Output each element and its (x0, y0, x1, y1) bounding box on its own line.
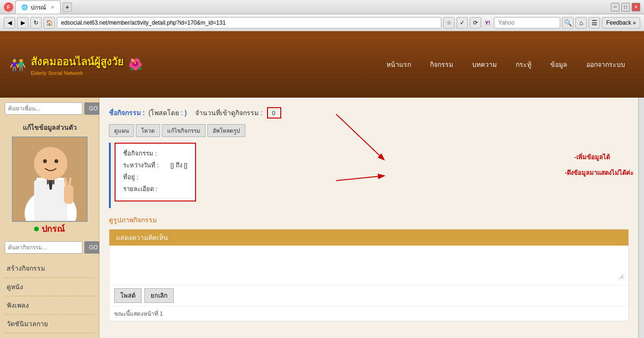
info-section: ชื่อกิจกรรม : ระหว่างวันที่ : [] ถึง [] … (109, 143, 629, 208)
info-date: ระหว่างวันที่ : [] ถึง [] (123, 160, 188, 170)
tab-title: ปกรณ์ (31, 3, 46, 12)
svg-line-10 (69, 178, 71, 186)
accent-bar (109, 143, 111, 208)
comment-textarea[interactable] (114, 250, 624, 279)
sidebar-link-movie[interactable]: ดูหนัง (5, 278, 94, 296)
count-label: จำนวนที่เข้าดูกิจกรรม : (195, 108, 262, 118)
new-tab-btn[interactable]: + (63, 2, 72, 12)
browser-titlebar: F 🌐 ปกรณ์ ✕ + ─ □ ✕ (0, 0, 644, 14)
sidebar-item-music[interactable]: ฟังเพลง (5, 296, 94, 315)
comment-actions: โพสต์ ยกเลิก (109, 285, 628, 306)
sidebar-item-health[interactable]: วัดชันิมวลกาย (5, 315, 94, 333)
site-nav: หน้าแรก กิจกรรม บทความ กระทู้ ข้อมูล ออก… (377, 55, 635, 73)
logo-emoji-right: 🌺 (128, 58, 143, 71)
sidebar-menu: สร้างกิจกรรม ดูหนัง ฟังเพลง วัดชันิมวลกา… (5, 259, 94, 338)
activity-search-box: GO (5, 241, 94, 254)
forward-btn[interactable]: ▶ (17, 17, 28, 28)
site-name: สังคมออนไลน์ผู้สูงวัย (31, 54, 124, 70)
nav-logout[interactable]: ออกจากระบบ (577, 55, 635, 73)
browser-window: F 🌐 ปกรณ์ ✕ + ─ □ ✕ ◀ ▶ ↻ 🏠 ☆ ✓ ⟳ Y! 🔍 ⌂… (0, 0, 644, 338)
dashboard-btn[interactable]: ดูแผน (109, 124, 134, 137)
comment-footer: ขณะนี้แสดงหน้าที่ 1 (109, 306, 628, 321)
close-btn[interactable]: ✕ (632, 3, 640, 11)
reload-btn[interactable]: ↻ (30, 17, 42, 28)
main-layout: GO แก้ไขข้อมูลส่วนตัว (0, 98, 644, 338)
count-value: 0 (272, 110, 275, 117)
activity-info-box: ชื่อกิจกรรม : ระหว่างวันที่ : [] ถึง [] … (115, 143, 196, 201)
search-input[interactable] (494, 17, 560, 28)
yahoo-logo: Y! (483, 20, 492, 26)
back-btn[interactable]: ◀ (4, 17, 15, 28)
activity-search-input[interactable] (5, 241, 82, 254)
tab-close-icon[interactable]: ✕ (51, 5, 54, 10)
profile-section: แก้ไขข้อมูลส่วนตัว (5, 122, 94, 236)
refresh-icon[interactable]: ⟳ (470, 17, 481, 28)
nav-activity[interactable]: กิจกรรม (420, 55, 463, 73)
logo-emoji-left: 👫 (9, 57, 26, 73)
address-bar[interactable] (57, 17, 441, 28)
sidebar-link-create[interactable]: สร้างกิจกรรม (5, 259, 94, 277)
feedback-btn[interactable]: Feedback » (602, 17, 640, 28)
photos-label: ดูรูปภาพกิจกรรม (109, 215, 629, 225)
content-area: ชื่อกิจกรรม : (โพสดโดย : ) จำนวนที่เข้าด… (99, 98, 638, 338)
home-btn[interactable]: 🏠 (44, 17, 55, 28)
sidebar-link-health[interactable]: วัดชันิมวลกาย (5, 315, 94, 333)
bookmark-star[interactable]: ☆ (443, 17, 455, 28)
upload-photo-btn[interactable]: อัพโหลดรูป (207, 124, 245, 137)
sidebar-link-music[interactable]: ฟังเพลง (5, 296, 94, 314)
friend-search-input[interactable] (5, 102, 82, 115)
site-subtitle: Elderly Social Network (31, 70, 124, 76)
svg-point-6 (54, 159, 58, 163)
home-icon[interactable]: ⌂ (575, 17, 587, 28)
nav-article[interactable]: บทความ (463, 55, 506, 73)
search-btn[interactable]: 🔍 (562, 17, 573, 28)
activity-count-box: 0 (267, 107, 281, 119)
cancel-btn[interactable]: ยกเลิก (144, 288, 174, 303)
online-indicator (34, 227, 39, 231)
info-location: ที่อยู่ : (123, 172, 188, 182)
nav-forum[interactable]: กระทู้ (506, 55, 541, 73)
sidebar-link-chat[interactable]: สนทนาออนไลน์ (5, 333, 94, 338)
browser-toolbar: ◀ ▶ ↻ 🏠 ☆ ✓ ⟳ Y! 🔍 ⌂ ☰ Feedback » (0, 14, 644, 31)
browser-tab[interactable]: 🌐 ปกรณ์ ✕ (15, 0, 61, 14)
bookmark-check[interactable]: ✓ (456, 17, 468, 28)
nav-home[interactable]: หน้าแรก (377, 55, 420, 73)
comment-body (109, 246, 628, 285)
page-scrollbar[interactable] (638, 98, 644, 338)
activity-name-label: ชื่อกิจกรรม : (โพสดโดย : ) (109, 108, 187, 118)
minimize-btn[interactable]: ─ (611, 3, 619, 11)
activity-header: ชื่อกิจกรรม : (โพสดโดย : ) จำนวนที่เข้าด… (109, 107, 629, 119)
site-header: 👫 สังคมออนไลน์ผู้สูงวัย Elderly Social N… (0, 31, 644, 98)
restore-btn[interactable]: □ (621, 3, 630, 11)
sidebar-item-movie[interactable]: ดูหนัง (5, 278, 94, 296)
post-btn[interactable]: โพสต์ (114, 288, 142, 303)
svg-line-9 (65, 178, 66, 186)
svg-point-4 (34, 147, 67, 180)
comment-section: แสดงความคิดเห็น โพสต์ ยกเลิก ขณะนี้แสดงห… (109, 229, 629, 321)
profile-edit-label: แก้ไขข้อมูลส่วนตัว (5, 122, 94, 133)
comment-header[interactable]: แสดงความคิดเห็น (109, 229, 628, 246)
site-logo: 👫 สังคมออนไลน์ผู้สูงวัย Elderly Social N… (9, 54, 143, 76)
svg-rect-8 (64, 185, 73, 204)
tab-favicon: 🌐 (21, 4, 28, 10)
sidebar: GO แก้ไขข้อมูลส่วนตัว (0, 98, 99, 338)
action-buttons: ดูแผน โหวต แก้ไขกิจกรรม อัพโหลดรูป (109, 124, 629, 137)
info-activity-name: ชื่อกิจกรรม : (123, 148, 188, 158)
friend-search-box: GO (5, 102, 94, 115)
profile-name-text: ปกรณ์ (42, 222, 65, 236)
window-controls: ─ □ ✕ (611, 3, 640, 11)
profile-photo (12, 137, 88, 222)
page-info: ขณะนี้แสดงหน้าที่ 1 (114, 311, 163, 317)
svg-point-5 (43, 159, 47, 163)
page-wrapper: 👫 สังคมออนไลน์ผู้สูงวัย Elderly Social N… (0, 31, 644, 338)
menu-btn[interactable]: ☰ (589, 17, 600, 28)
nav-info[interactable]: ข้อมูล (541, 55, 577, 73)
sidebar-item-create[interactable]: สร้างกิจกรรม (5, 259, 94, 278)
forecast-btn[interactable]: โหวต (136, 124, 160, 137)
firefox-logo[interactable]: F (4, 2, 13, 12)
info-detail: รายละเอียด : (123, 184, 188, 194)
profile-name: ปกรณ์ (5, 222, 94, 236)
sidebar-item-chat[interactable]: สนทนาออนไลน์ (5, 333, 94, 338)
edit-activity-btn[interactable]: แก้ไขกิจกรรม (162, 124, 206, 137)
